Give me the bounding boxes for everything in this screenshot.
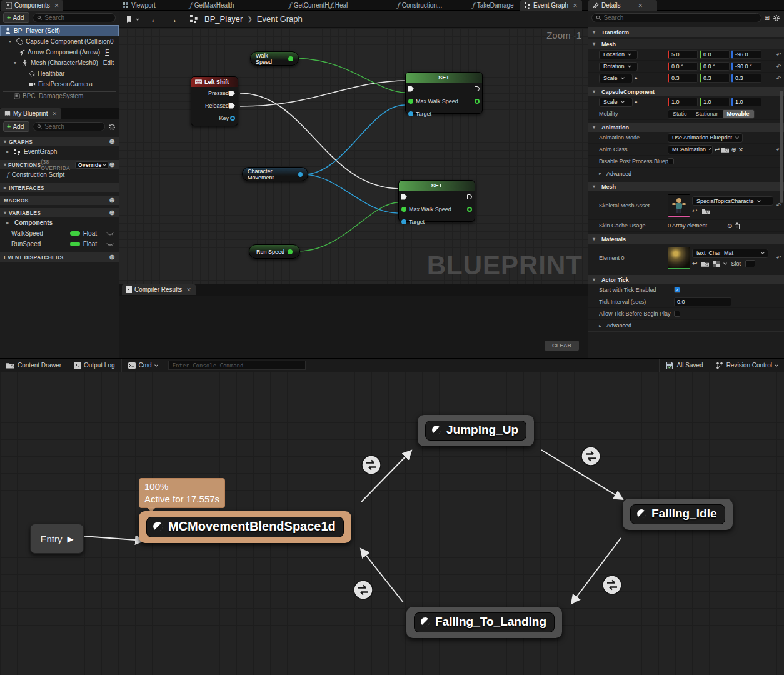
- tree-item-bp-player[interactable]: BP_Player (Self): [0, 25, 119, 36]
- display-filter-icon[interactable]: ⊞: [765, 14, 770, 21]
- state-node-falling-idle[interactable]: Falling_Idle: [623, 499, 733, 530]
- close-icon[interactable]: ✕: [186, 287, 191, 293]
- event-graph-canvas[interactable]: Zoom -1 Walk Speed Left Shift Pressed Re…: [119, 28, 588, 284]
- actor-tick-section-header[interactable]: ▾Actor Tick: [588, 275, 784, 284]
- breadcrumb-root[interactable]: BP_Player: [204, 14, 243, 24]
- set-node-2[interactable]: SET Max Walk Speed Target: [398, 180, 475, 222]
- rotation-x-field[interactable]: 0.0 °: [668, 62, 698, 71]
- edit-link[interactable]: E: [105, 49, 109, 56]
- output-log-button[interactable]: Output Log: [68, 359, 121, 372]
- tree-item-healthbar[interactable]: Healthbar: [0, 68, 119, 79]
- my-blueprint-search-input[interactable]: [44, 123, 101, 130]
- variable-runspeed[interactable]: RunSpeed Float: [0, 239, 119, 249]
- scale-y-field[interactable]: 0.3: [700, 74, 730, 82]
- all-saved-button[interactable]: All Saved: [659, 359, 709, 372]
- run-speed-node[interactable]: Run Speed: [249, 244, 300, 259]
- exec-out-pin[interactable]: [467, 194, 472, 199]
- location-z-field[interactable]: -96.0: [731, 50, 761, 59]
- max-walk-speed-in-pin[interactable]: [401, 207, 406, 212]
- add-dispatcher-icon[interactable]: ⊕: [109, 253, 115, 261]
- state-machine-canvas[interactable]: Entry ▶ 100% Active for 17.557s MCMoveme…: [0, 372, 784, 675]
- checker-icon[interactable]: [713, 261, 720, 267]
- mobility-stationary[interactable]: Stationar: [691, 110, 723, 118]
- add-blueprint-item-button[interactable]: +Add: [3, 121, 29, 132]
- state-node-jumping-up[interactable]: Jumping_Up: [418, 415, 534, 446]
- set-node-1[interactable]: SET Max Walk Speed Target: [405, 72, 483, 114]
- components-search[interactable]: [33, 13, 116, 22]
- functions-header[interactable]: ▾ FUNCTIONS (38 OVERRIDA Override ⊕: [0, 160, 119, 169]
- override-dropdown[interactable]: Override: [75, 161, 109, 169]
- tab-getmaxhealth[interactable]: ƒGetMaxHealth: [189, 0, 234, 11]
- add-function-icon[interactable]: ⊕: [109, 161, 115, 169]
- state-node-falling-to-landing[interactable]: Falling_To_Landing: [406, 607, 562, 638]
- console-command-input[interactable]: [173, 362, 301, 369]
- add-element-icon[interactable]: ⊕: [727, 222, 732, 229]
- tree-item-capsule[interactable]: ▾ Capsule Component (Collision0: [0, 36, 119, 47]
- eye-closed-icon[interactable]: [106, 231, 114, 236]
- mesh2-section-header[interactable]: ▾Mesh: [588, 182, 784, 191]
- tick-enabled-checkbox[interactable]: ✓: [674, 287, 680, 293]
- console-command-field[interactable]: [168, 361, 306, 370]
- scale-dropdown[interactable]: Scale: [599, 74, 633, 83]
- bookmark-icon[interactable]: [125, 15, 134, 24]
- animation-mode-dropdown[interactable]: Use Animation Blueprint: [668, 133, 743, 142]
- tick-interval-field[interactable]: 0.0: [674, 298, 731, 306]
- rotation-dropdown[interactable]: Rotation: [599, 62, 638, 71]
- event-graph-item[interactable]: ▸ EventGraph: [0, 146, 119, 157]
- entry-node[interactable]: Entry ▶: [30, 524, 84, 554]
- scale-z-field[interactable]: 0.3: [731, 74, 761, 82]
- details-search[interactable]: [591, 13, 761, 22]
- material-thumbnail[interactable]: [668, 247, 690, 269]
- lock-icon[interactable]: 🔒︎: [635, 75, 637, 81]
- exec-out-pin[interactable]: [475, 86, 480, 91]
- add-variable-icon[interactable]: ⊕: [109, 209, 115, 217]
- gear-icon[interactable]: [773, 14, 780, 22]
- components-search-input[interactable]: [44, 14, 111, 21]
- exec-pin-pressed[interactable]: [229, 91, 235, 96]
- capsule-scale-x-field[interactable]: 1.0: [668, 98, 698, 106]
- tab-components[interactable]: Components ✕: [1, 0, 63, 11]
- variable-walkspeed[interactable]: WalkSpeed Float: [0, 228, 119, 239]
- capsule-scale-y-field[interactable]: 1.0: [700, 98, 730, 106]
- skeletal-mesh-thumbnail[interactable]: [668, 194, 690, 217]
- details-search-input[interactable]: [604, 14, 757, 21]
- trash-icon[interactable]: [734, 222, 740, 229]
- capsule-scale-dropdown[interactable]: Scale: [599, 98, 633, 107]
- walk-speed-node[interactable]: Walk Speed: [250, 51, 299, 66]
- content-drawer-button[interactable]: Content Drawer: [0, 359, 68, 372]
- close-icon[interactable]: ✕: [573, 2, 578, 9]
- capsule-section-header[interactable]: ▾CapsuleComponent: [588, 87, 784, 96]
- tab-event-graph[interactable]: Event Graph ✕: [520, 0, 582, 11]
- event-dispatchers-header[interactable]: EVENT DISPATCHERS⊕: [0, 252, 119, 262]
- use-selected-icon[interactable]: ↩: [715, 146, 720, 153]
- expander-icon[interactable]: ▸: [6, 149, 11, 154]
- left-shift-node[interactable]: Left Shift Pressed Released Key: [191, 76, 238, 126]
- expander-icon[interactable]: ▾: [14, 60, 19, 66]
- animation-advanced-row[interactable]: ▸Advanced: [588, 168, 784, 179]
- close-icon[interactable]: ✕: [638, 2, 643, 9]
- reset-icon[interactable]: ↶: [776, 254, 781, 261]
- use-selected-icon[interactable]: ↩: [692, 260, 697, 267]
- tab-viewport[interactable]: Viewport: [123, 0, 156, 11]
- edit-link[interactable]: Edit: [103, 59, 114, 66]
- tree-item-mesh[interactable]: ▾ Mesh (CharacterMesh0)Edit: [0, 58, 119, 68]
- construction-script-item[interactable]: ƒConstruction Script: [0, 169, 119, 180]
- actor-tick-advanced-row[interactable]: ▸Advanced: [588, 320, 784, 332]
- lock-icon[interactable]: 🔒︎: [635, 99, 637, 105]
- revision-control-button[interactable]: Revision Control: [710, 359, 784, 372]
- chevron-down-icon[interactable]: [724, 261, 728, 265]
- character-movement-node[interactable]: Character Movement: [242, 167, 308, 181]
- tab-heal[interactable]: ƒHeal: [330, 0, 348, 11]
- use-selected-icon[interactable]: ↩: [692, 208, 697, 214]
- interfaces-header[interactable]: ▸INTERFACES: [0, 183, 119, 192]
- cmd-dropdown[interactable]: Cmd: [122, 359, 164, 372]
- transform-section-header[interactable]: ▾Transform: [588, 28, 784, 37]
- key-output-pin[interactable]: [230, 116, 235, 121]
- graphs-header[interactable]: ▾GRAPHS⊕: [0, 137, 119, 146]
- components-group[interactable]: ▸Components: [0, 218, 119, 228]
- close-icon[interactable]: ✕: [53, 111, 58, 117]
- close-icon[interactable]: ✕: [54, 2, 59, 9]
- mesh-section-header[interactable]: ▾Mesh: [588, 39, 784, 49]
- max-walk-speed-out-pin[interactable]: [467, 207, 472, 212]
- animation-section-header[interactable]: ▾Animation: [588, 122, 784, 132]
